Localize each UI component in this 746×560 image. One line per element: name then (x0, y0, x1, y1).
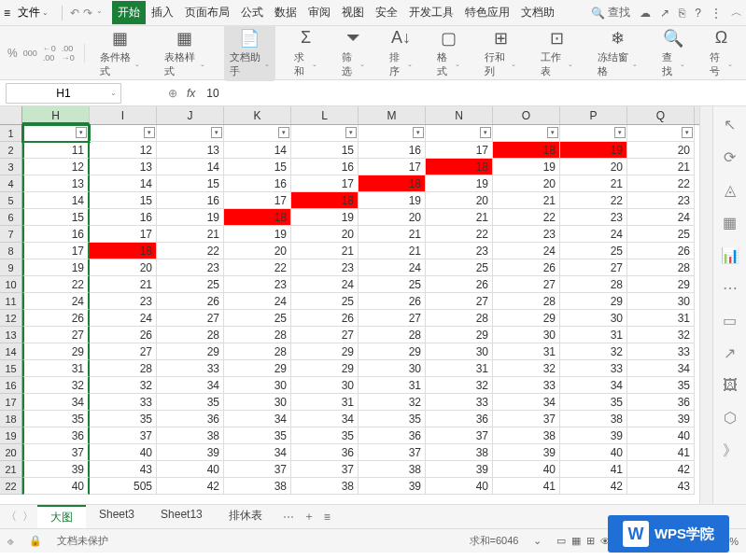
cell-I9[interactable]: 20 (90, 259, 157, 276)
cell-Q5[interactable]: 23 (627, 192, 695, 209)
cell-M1[interactable]: ▾ (359, 125, 426, 142)
row-header-7[interactable]: 7 (0, 226, 22, 243)
cell-N6[interactable]: 21 (426, 209, 493, 226)
cell-O4[interactable]: 20 (493, 175, 560, 192)
cell-K2[interactable]: 14 (224, 142, 291, 159)
cell-P3[interactable]: 20 (560, 159, 627, 175)
comma-button[interactable]: 000 (23, 49, 37, 58)
cell-P16[interactable]: 34 (560, 377, 627, 394)
cell-J1[interactable]: ▾ (157, 125, 224, 142)
ribbon-btn-工作表[interactable]: ⊡工作表⌄ (535, 25, 578, 81)
cell-I12[interactable]: 24 (90, 310, 157, 327)
cell-L13[interactable]: 27 (291, 327, 359, 343)
cell-N16[interactable]: 32 (426, 377, 493, 394)
cell-Q10[interactable]: 29 (627, 276, 695, 293)
cell-N21[interactable]: 39 (426, 461, 493, 478)
cell-M6[interactable]: 20 (359, 209, 426, 226)
ribbon-tab-3[interactable]: 公式 (235, 1, 269, 24)
cell-H21[interactable]: 39 (22, 461, 90, 478)
cell-L12[interactable]: 26 (291, 310, 359, 327)
cell-I21[interactable]: 43 (90, 461, 157, 478)
row-header-10[interactable]: 10 (0, 276, 22, 293)
cell-K10[interactable]: 23 (224, 276, 291, 293)
col-header-I[interactable]: I (90, 106, 157, 124)
col-header-O[interactable]: O (493, 106, 560, 124)
cell-Q20[interactable]: 41 (627, 444, 695, 461)
cell-P17[interactable]: 35 (560, 394, 627, 411)
more-icon[interactable]: ⋮ (711, 7, 722, 20)
cell-K3[interactable]: 15 (224, 159, 291, 175)
cell-H4[interactable]: 13 (22, 175, 90, 192)
help-icon[interactable]: ? (695, 7, 701, 20)
cell-L20[interactable]: 36 (291, 444, 359, 461)
view-page-icon[interactable]: ⊞ (586, 535, 595, 547)
cell-H18[interactable]: 35 (22, 411, 90, 427)
cell-N22[interactable]: 40 (426, 478, 493, 495)
cell-Q16[interactable]: 35 (627, 377, 695, 394)
cell-N17[interactable]: 33 (426, 394, 493, 411)
cell-K7[interactable]: 19 (224, 226, 291, 243)
filter-icon[interactable]: ▾ (480, 127, 491, 138)
cell-J22[interactable]: 42 (157, 478, 224, 495)
cell-K9[interactable]: 22 (224, 259, 291, 276)
cell-O6[interactable]: 22 (493, 209, 560, 226)
nav-next-icon[interactable]: 〉 (22, 509, 34, 525)
cell-N4[interactable]: 19 (426, 175, 493, 192)
cell-M7[interactable]: 21 (359, 226, 426, 243)
name-box[interactable]: H1 ⌄ (6, 83, 121, 104)
col-header-J[interactable]: J (157, 106, 224, 124)
cell-Q15[interactable]: 34 (627, 360, 695, 377)
cell-Q11[interactable]: 30 (627, 293, 695, 310)
cell-M10[interactable]: 25 (359, 276, 426, 293)
cell-M9[interactable]: 24 (359, 259, 426, 276)
cell-L18[interactable]: 34 (291, 411, 359, 427)
cell-O3[interactable]: 19 (493, 159, 560, 175)
cell-N5[interactable]: 20 (426, 192, 493, 209)
row-header-17[interactable]: 17 (0, 394, 22, 411)
ribbon-tab-0[interactable]: 开始 (112, 1, 146, 24)
cell-H17[interactable]: 34 (22, 394, 90, 411)
ribbon-btn-格式[interactable]: ▢格式⌄ (431, 25, 466, 81)
grid[interactable]: HIJKLMNOPQ 1▾▾▾▾▾▾▾▾▾▾211121314151617181… (0, 106, 699, 504)
cell-O21[interactable]: 40 (493, 461, 560, 478)
ribbon-tab-7[interactable]: 安全 (370, 1, 403, 24)
cell-Q22[interactable]: 43 (627, 478, 695, 495)
cloud-icon[interactable]: ☁ (640, 7, 651, 20)
cell-O13[interactable]: 30 (493, 327, 560, 343)
ribbon-btn-排序[interactable]: A↓排序⌄ (384, 25, 418, 81)
cell-O10[interactable]: 27 (493, 276, 560, 293)
row-header-22[interactable]: 22 (0, 478, 22, 495)
cell-O16[interactable]: 33 (493, 377, 560, 394)
cell-L22[interactable]: 38 (291, 478, 359, 495)
filter-icon[interactable]: ▾ (278, 127, 289, 138)
cell-O5[interactable]: 21 (493, 192, 560, 209)
cell-Q21[interactable]: 42 (627, 461, 695, 478)
external-icon[interactable]: ↗ (724, 344, 736, 362)
cell-M11[interactable]: 26 (359, 293, 426, 310)
sheet-tab-排休表[interactable]: 排休表 (216, 505, 275, 528)
cell-P14[interactable]: 32 (560, 343, 627, 360)
view-grid-icon[interactable]: ▦ (571, 535, 581, 547)
filter-icon[interactable]: ▾ (413, 127, 424, 138)
cell-N12[interactable]: 28 (426, 310, 493, 327)
cell-I13[interactable]: 26 (90, 327, 157, 343)
cell-K21[interactable]: 37 (224, 461, 291, 478)
filter-icon[interactable]: ▾ (76, 127, 87, 138)
cell-O19[interactable]: 38 (493, 427, 560, 444)
cell-L19[interactable]: 35 (291, 427, 359, 444)
row-header-12[interactable]: 12 (0, 310, 22, 327)
filter-icon[interactable]: ▾ (682, 127, 693, 138)
cell-N7[interactable]: 22 (426, 226, 493, 243)
cell-H6[interactable]: 15 (22, 209, 90, 226)
cell-P6[interactable]: 23 (560, 209, 627, 226)
ribbon-tab-4[interactable]: 数据 (269, 1, 303, 24)
cell-K13[interactable]: 28 (224, 327, 291, 343)
ribbon-btn-行和列[interactable]: ⊞行和列⌄ (479, 25, 522, 81)
cell-K18[interactable]: 34 (224, 411, 291, 427)
cell-K15[interactable]: 29 (224, 360, 291, 377)
cell-J6[interactable]: 19 (157, 209, 224, 226)
cell-P8[interactable]: 25 (560, 243, 627, 259)
cell-M20[interactable]: 37 (359, 444, 426, 461)
cell-P9[interactable]: 27 (560, 259, 627, 276)
search-button[interactable]: 🔍 查找 (591, 5, 630, 21)
